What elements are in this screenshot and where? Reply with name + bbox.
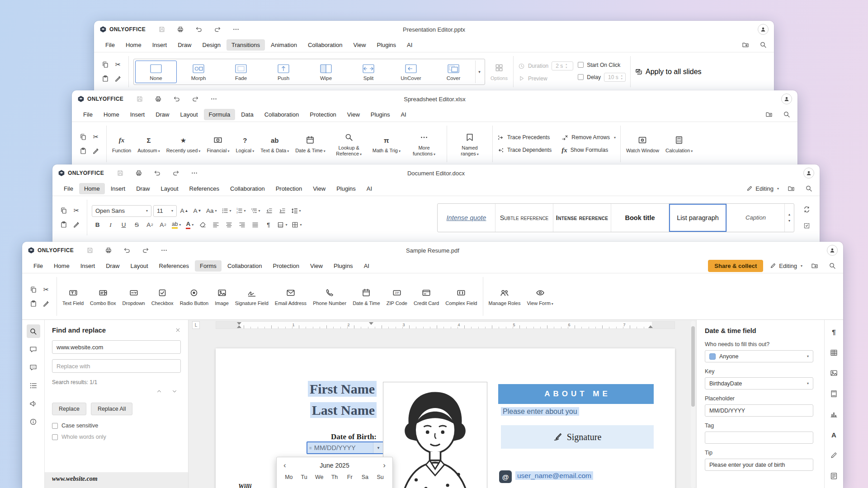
copy-button[interactable]: [28, 284, 39, 296]
redo-button[interactable]: [170, 168, 181, 178]
borders-button[interactable]: ▾: [290, 220, 303, 230]
key-combobox[interactable]: BirthdayDate ▾: [705, 377, 813, 389]
save-button[interactable]: [115, 168, 126, 178]
presentation-tab-plugins[interactable]: Plugins: [372, 39, 401, 51]
style-intense-reference[interactable]: Intense reference: [553, 204, 611, 232]
redo-button[interactable]: [212, 24, 223, 35]
math-trig-button[interactable]: πMath & Trig▾: [372, 133, 401, 155]
undo-button[interactable]: [122, 245, 132, 256]
placeholder-input[interactable]: MM/DD/YYYY: [705, 404, 813, 417]
replace-button[interactable]: Replace: [52, 403, 86, 415]
close-icon[interactable]: [175, 327, 181, 333]
shading-button[interactable]: ▾: [276, 220, 288, 230]
spreadsheet-tab-view[interactable]: View: [342, 109, 365, 120]
pdf-tab-layout[interactable]: Layout: [126, 260, 153, 272]
increase-indent-button[interactable]: [277, 206, 288, 216]
undo-button[interactable]: [171, 94, 182, 104]
next-month-button[interactable]: ›: [383, 461, 386, 469]
styles-gallery-arrows[interactable]: ▴▾: [785, 204, 794, 232]
presentation-tab-animation[interactable]: Animation: [266, 39, 302, 51]
duration-input[interactable]: 2 s▴▾: [552, 61, 573, 70]
numbering-button[interactable]: 12▾: [235, 206, 247, 216]
previous-month-button[interactable]: ‹: [283, 461, 286, 469]
document-tab-draw[interactable]: Draw: [131, 183, 155, 194]
table-settings-button[interactable]: [827, 346, 841, 360]
line-spacing-button[interactable]: ▾: [290, 206, 302, 216]
replace-button[interactable]: [801, 204, 812, 216]
complex-field-button[interactable]: Complex Field: [444, 286, 478, 308]
undo-button[interactable]: [152, 168, 163, 178]
spreadsheet-tab-protection[interactable]: Protection: [305, 109, 341, 120]
text-art-settings-button[interactable]: A: [827, 428, 841, 442]
copy-button[interactable]: [99, 59, 111, 70]
previous-result-button[interactable]: [153, 386, 165, 396]
first-line-indent-marker[interactable]: [237, 322, 241, 325]
pdf-tab-references[interactable]: References: [154, 260, 194, 272]
increase-font-button[interactable]: A▲: [179, 206, 190, 216]
presentation-tab-file[interactable]: File: [100, 39, 120, 51]
whole-words-checkbox[interactable]: Whole words only: [52, 434, 181, 440]
search-icon[interactable]: [803, 183, 814, 194]
header-footer-settings-button[interactable]: [827, 387, 841, 401]
align-center-button[interactable]: [223, 220, 235, 230]
radio-button-button[interactable]: Radio Button: [179, 286, 210, 308]
cut-button[interactable]: ✂: [40, 284, 52, 296]
date-of-birth-field[interactable]: ≡ MM/DD/YYYY ▼: [307, 441, 384, 454]
document-tab-plugins[interactable]: Plugins: [331, 183, 361, 194]
presentation-tab-ai[interactable]: AI: [402, 39, 417, 51]
nonprinting-characters-button[interactable]: ¶: [263, 220, 274, 230]
document-tab-layout[interactable]: Layout: [156, 183, 184, 194]
view-form-button[interactable]: View Form▾: [526, 286, 554, 308]
presentation-tab-insert[interactable]: Insert: [147, 39, 172, 51]
presentation-tab-draw[interactable]: Draw: [173, 39, 196, 51]
redo-button[interactable]: [190, 94, 201, 104]
credit-card-button[interactable]: Credit Card: [413, 286, 440, 308]
align-left-button[interactable]: [210, 220, 222, 230]
print-button[interactable]: [153, 94, 164, 104]
pdf-tab-view[interactable]: View: [305, 260, 328, 272]
decrease-indent-button[interactable]: [264, 206, 275, 216]
pdf-tab-collaboration[interactable]: Collaboration: [222, 260, 267, 272]
search-icon[interactable]: [758, 39, 769, 50]
strikethrough-button[interactable]: S: [131, 220, 142, 230]
font-color-button[interactable]: A▾: [184, 220, 195, 230]
highlight-color-button[interactable]: ab▾: [170, 220, 182, 230]
user-avatar[interactable]: [781, 94, 792, 104]
spreadsheet-tab-insert[interactable]: Insert: [125, 109, 150, 120]
start-on-click-checkbox[interactable]: Start On Click: [578, 62, 626, 68]
dropdown-button[interactable]: Dropdown: [122, 286, 146, 308]
find-input[interactable]: [52, 340, 181, 354]
cut-button[interactable]: ✂: [71, 205, 82, 216]
text-field-button[interactable]: Text Field: [61, 286, 85, 308]
transition-uncover[interactable]: UnCover: [390, 61, 432, 83]
remove-arrows-button[interactable]: Remove Arrows▾: [561, 134, 616, 141]
text-data-button[interactable]: abText & Data▾: [259, 133, 290, 155]
document-tab-protection[interactable]: Protection: [271, 183, 307, 194]
delay-input[interactable]: 10 s▴▾: [604, 73, 626, 82]
spreadsheet-tab-data[interactable]: Data: [236, 109, 258, 120]
spreadsheet-tab-formula[interactable]: Formula: [204, 109, 236, 120]
right-indent-marker[interactable]: [648, 325, 653, 328]
image-settings-button[interactable]: [827, 366, 841, 380]
multilevel-list-button[interactable]: ▾: [249, 206, 262, 216]
style-intense-quote[interactable]: Intense quote: [438, 204, 495, 232]
chat-rail-button[interactable]: [27, 361, 40, 374]
italic-button[interactable]: I: [105, 220, 116, 230]
calculation-button[interactable]: Calculation▾: [665, 133, 693, 155]
combo-box-button[interactable]: Combo Box: [89, 286, 117, 308]
transition-none[interactable]: None: [135, 61, 177, 83]
user-avatar[interactable]: [827, 245, 838, 256]
zip-code-button[interactable]: ZIPZIP Code: [386, 286, 408, 308]
about-rail-button[interactable]: [27, 415, 40, 428]
transition-push[interactable]: Push: [263, 61, 304, 83]
copy-button[interactable]: [77, 131, 89, 143]
print-button[interactable]: [133, 168, 144, 178]
case-sensitive-checkbox[interactable]: Case sensitive: [52, 422, 181, 429]
spreadsheet-tab-home[interactable]: Home: [99, 109, 124, 120]
chart-settings-button[interactable]: [827, 408, 841, 421]
gallery-more-button[interactable]: ▾: [475, 61, 483, 83]
align-right-button[interactable]: [236, 220, 248, 230]
superscript-button[interactable]: A2: [144, 220, 156, 230]
options-button[interactable]: Options: [490, 61, 509, 83]
search-icon[interactable]: [827, 260, 838, 271]
